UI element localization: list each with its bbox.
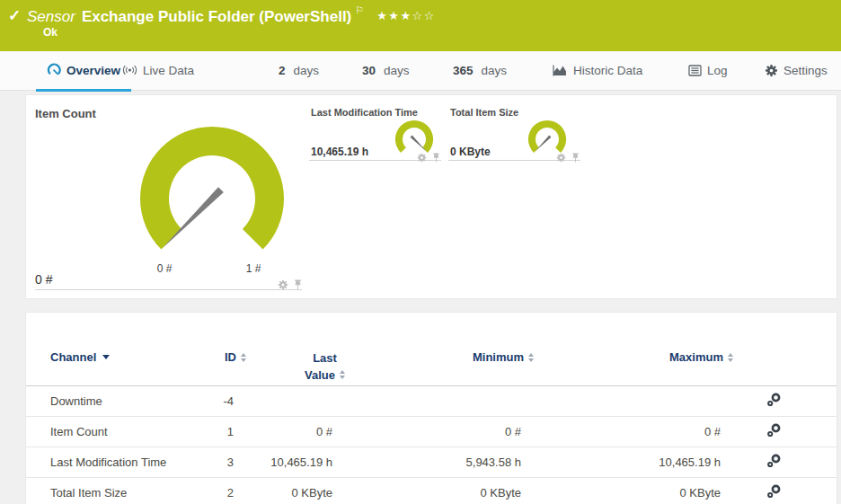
- tab-overview[interactable]: Overview: [36, 51, 131, 92]
- tab-number: 365: [453, 64, 474, 77]
- gauge-current-value: 10,465.19 h: [311, 146, 368, 158]
- gauge-current-value: 0 #: [35, 272, 52, 287]
- flag-icon[interactable]: ⚐: [355, 4, 364, 15]
- tab-label: Overview: [66, 64, 120, 77]
- channel-id: 1: [205, 425, 246, 438]
- tab-label: days: [384, 64, 410, 77]
- item-count-gauge: [131, 118, 293, 279]
- gauge-current-value: 0 KByte: [450, 146, 491, 158]
- list-icon: [688, 65, 702, 76]
- channel-maximum: 10,465.19 h: [534, 455, 733, 469]
- gauge-title: Last Modification Time: [311, 107, 418, 118]
- channel-name[interactable]: Downtime: [50, 394, 205, 408]
- priority-stars[interactable]: ★★★☆☆: [376, 9, 436, 22]
- table-row-total-item-size[interactable]: Total Item Size 2 0 KByte 0 KByte 0 KByt…: [26, 478, 837, 504]
- gauge-icon: [47, 63, 61, 77]
- channel-id: 2: [205, 486, 246, 500]
- channel-settings-gears-icon[interactable]: [766, 423, 782, 440]
- channel-last-value: 0 #: [246, 425, 345, 438]
- channel-name[interactable]: Total Item Size: [50, 486, 205, 500]
- table-header-row: Channel ID Last Value Minimum Maximum: [26, 313, 837, 386]
- pin-icon[interactable]: [571, 150, 580, 166]
- channel-last-value: 10,465.19 h: [246, 455, 345, 469]
- channel-minimum: 0 #: [345, 425, 534, 438]
- table-row-last-modification-time[interactable]: Last Modification Time 3 10,465.19 h 5,9…: [26, 447, 837, 478]
- channels-panel: Channel ID Last Value Minimum Maximum Do…: [25, 312, 837, 504]
- channel-last-value: 0 KByte: [246, 486, 345, 500]
- tab-label: Live Data: [143, 64, 194, 77]
- area-chart-icon: [552, 64, 568, 77]
- pin-icon[interactable]: [294, 278, 302, 294]
- broadcast-icon: [122, 64, 137, 76]
- column-label: Last: [305, 350, 345, 367]
- tab-2-days[interactable]: 2 days: [279, 51, 319, 89]
- tab-label: Log: [707, 64, 728, 77]
- sort-desc-icon: [102, 355, 110, 359]
- column-header-last-value[interactable]: Last Value: [246, 350, 345, 385]
- channel-maximum: 0 KByte: [534, 486, 733, 500]
- tab-label: days: [482, 64, 508, 77]
- channel-settings-gears-icon[interactable]: [766, 393, 782, 410]
- table-row-item-count[interactable]: Item Count 1 0 # 0 # 0 #: [26, 417, 837, 447]
- gear-icon[interactable]: [278, 278, 288, 294]
- sort-icon: [340, 370, 345, 379]
- tab-label: Historic Data: [573, 64, 642, 77]
- tab-number: 2: [279, 64, 286, 77]
- status-badge: Ok: [43, 26, 58, 39]
- gear-icon[interactable]: [417, 150, 427, 166]
- status-ok-check-icon: ✓: [8, 6, 21, 25]
- channel-name[interactable]: Item Count: [50, 425, 205, 438]
- gauge-title: Total Item Size: [450, 107, 518, 118]
- tab-settings[interactable]: Settings: [765, 51, 828, 89]
- sort-icon: [728, 353, 733, 362]
- channel-id: -4: [205, 394, 246, 408]
- sensor-title: Exchange Public Folder (PowerShell): [82, 8, 351, 25]
- tab-label: Settings: [783, 64, 828, 77]
- channel-settings-gears-icon[interactable]: [766, 484, 782, 501]
- gauge-title: Item Count: [35, 107, 96, 120]
- tab-live-data[interactable]: Live Data: [122, 51, 194, 89]
- channel-maximum: 0 #: [534, 425, 733, 438]
- column-header-id[interactable]: ID: [205, 350, 246, 364]
- tab-label: days: [294, 64, 320, 77]
- tab-bar: Overview Live Data 2 days 30 days 365 da…: [0, 51, 841, 91]
- channel-minimum: 0 KByte: [345, 486, 534, 500]
- column-label: ID: [225, 350, 236, 364]
- sensor-kind-label: Sensor: [27, 8, 75, 25]
- pin-icon[interactable]: [432, 150, 440, 166]
- channel-settings-gears-icon[interactable]: [766, 454, 782, 471]
- gear-icon[interactable]: [556, 150, 566, 166]
- channel-minimum: 5,943.58 h: [345, 455, 534, 469]
- tab-log[interactable]: Log: [688, 51, 728, 89]
- channel-id: 3: [205, 455, 246, 469]
- column-label: Channel: [50, 350, 96, 364]
- tab-historic-data[interactable]: Historic Data: [552, 51, 642, 89]
- column-label: Maximum: [669, 350, 723, 364]
- gear-icon: [765, 64, 778, 77]
- tab-30-days[interactable]: 30 days: [362, 51, 410, 89]
- table-row-downtime[interactable]: Downtime -4: [26, 386, 837, 417]
- gauges-panel: Item Count 0 # 1 # 0 # Last Modification…: [25, 94, 837, 299]
- divider: [35, 271, 302, 290]
- column-header-channel[interactable]: Channel: [50, 350, 205, 364]
- sensor-header: ✓ SensorExchange Public Folder (PowerShe…: [0, 0, 841, 51]
- column-label: Value: [305, 367, 335, 385]
- column-header-minimum[interactable]: Minimum: [345, 350, 534, 364]
- tab-365-days[interactable]: 365 days: [453, 51, 507, 89]
- column-label: Minimum: [473, 350, 524, 364]
- column-header-maximum[interactable]: Maximum: [534, 350, 733, 364]
- tab-number: 30: [362, 64, 376, 77]
- channel-name[interactable]: Last Modification Time: [50, 455, 205, 469]
